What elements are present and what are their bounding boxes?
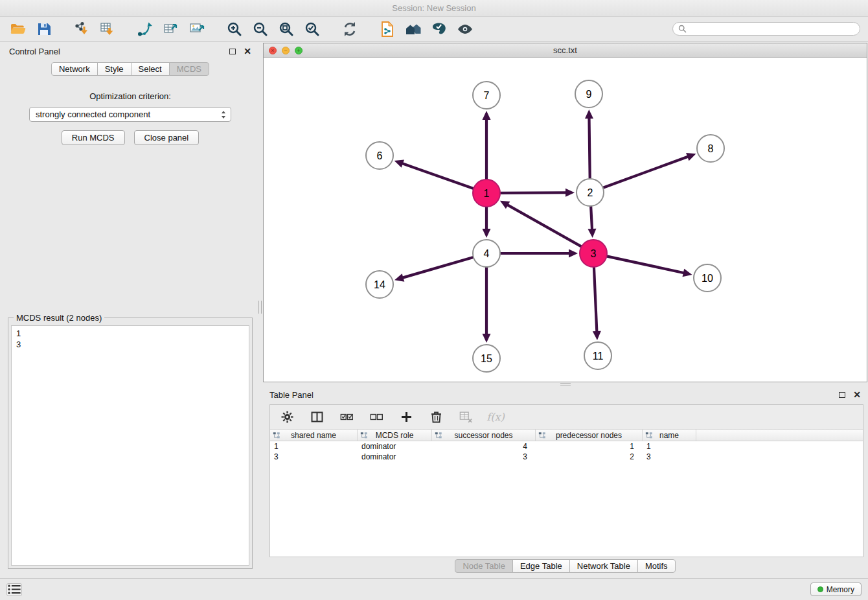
graph-edge-2-3[interactable] xyxy=(591,207,592,229)
graph-edge-1-6[interactable] xyxy=(403,164,473,189)
delete-row-icon[interactable] xyxy=(428,410,444,425)
float-panel-icon[interactable] xyxy=(839,392,845,398)
table-cell[interactable]: 1 xyxy=(643,441,696,452)
table-cell[interactable]: 1 xyxy=(536,441,643,452)
close-panel-icon[interactable]: ✕ xyxy=(853,390,861,399)
graph-edge-2-8[interactable] xyxy=(604,157,688,187)
table-tab-motifs[interactable]: Motifs xyxy=(637,559,676,573)
network-graph-svg[interactable]: 7968124314101511 xyxy=(264,58,867,382)
control-panel: Control Panel ✕ NetworkStyleSelectMCDS O… xyxy=(3,43,258,573)
graph-node-4[interactable]: 4 xyxy=(473,240,500,267)
column-header-name[interactable]: name xyxy=(643,430,696,441)
graph-node-15[interactable]: 15 xyxy=(473,345,500,372)
import-table-icon[interactable] xyxy=(97,19,118,39)
table-tab-network-table[interactable]: Network Table xyxy=(569,559,638,573)
network-view-window: × − + scc.txt 7968124314101511 xyxy=(263,43,867,382)
edge-arrowhead-icon xyxy=(593,331,601,340)
show-hide-icon[interactable] xyxy=(455,19,475,39)
graph-node-1[interactable]: 1 xyxy=(473,179,500,207)
table-row[interactable]: 3dominator323 xyxy=(270,452,863,462)
graph-node-10[interactable]: 10 xyxy=(694,264,721,292)
chevron-updown-icon xyxy=(220,110,227,119)
graph-edge-4-14[interactable] xyxy=(403,257,472,277)
table-row[interactable]: 1dominator411 xyxy=(270,441,863,452)
criterion-dropdown[interactable]: strongly connected component xyxy=(29,107,231,122)
run-mcds-button[interactable]: Run MCDS xyxy=(62,130,125,145)
graph-edge-3-10[interactable] xyxy=(608,257,683,273)
graph-edge-2-9[interactable] xyxy=(589,119,590,178)
table-cell[interactable]: 4 xyxy=(432,441,536,452)
home-icon[interactable] xyxy=(403,19,424,39)
tab-select[interactable]: Select xyxy=(131,62,170,76)
edge-arrowhead-icon xyxy=(394,273,404,281)
palette-icon[interactable] xyxy=(429,19,450,39)
show-columns-icon[interactable] xyxy=(309,410,325,425)
column-header-mcds-role[interactable]: MCDS role xyxy=(358,430,432,441)
export-network-icon[interactable] xyxy=(135,19,155,39)
table-cell[interactable]: 1 xyxy=(270,441,358,452)
close-panel-button[interactable]: Close panel xyxy=(134,130,200,145)
export-table-icon[interactable] xyxy=(161,19,181,39)
svg-text:8: 8 xyxy=(708,143,714,154)
zoom-fit-icon[interactable] xyxy=(276,19,297,39)
column-header-predecessor-nodes[interactable]: predecessor nodes xyxy=(536,430,643,441)
graph-node-11[interactable]: 11 xyxy=(584,342,611,369)
toolbar-group xyxy=(135,19,207,39)
splitter-handle[interactable] xyxy=(258,301,262,314)
graph-node-8[interactable]: 8 xyxy=(697,135,724,162)
tab-network[interactable]: Network xyxy=(51,62,98,76)
close-panel-icon[interactable]: ✕ xyxy=(244,47,251,56)
graph-edge-3-11[interactable] xyxy=(594,268,597,331)
toolbar-group xyxy=(339,19,360,39)
column-header-successor-nodes[interactable]: successor nodes xyxy=(432,430,536,441)
table-cell[interactable]: 3 xyxy=(270,452,358,462)
tab-mcds[interactable]: MCDS xyxy=(169,62,209,76)
save-session-icon[interactable] xyxy=(34,19,54,39)
memory-button[interactable]: Memory xyxy=(810,583,862,596)
float-panel-icon[interactable] xyxy=(229,49,236,54)
column-header-shared-name[interactable]: shared name xyxy=(270,430,358,441)
table-tab-node-table[interactable]: Node Table xyxy=(455,559,513,573)
graph-node-7[interactable]: 7 xyxy=(473,82,500,109)
zoom-selected-icon[interactable] xyxy=(302,19,323,39)
zoom-in-icon[interactable] xyxy=(224,19,245,39)
open-file-icon[interactable] xyxy=(8,19,29,39)
graph-node-14[interactable]: 14 xyxy=(366,271,393,298)
table-cell[interactable]: 3 xyxy=(432,452,536,462)
table-cell[interactable]: 3 xyxy=(643,452,696,462)
svg-text:11: 11 xyxy=(593,351,604,362)
table-tab-edge-table[interactable]: Edge Table xyxy=(512,559,570,573)
graph-node-9[interactable]: 9 xyxy=(575,80,602,108)
table-cell[interactable]: dominator xyxy=(358,441,432,452)
table-cell[interactable]: 2 xyxy=(536,452,643,462)
graph-node-3[interactable]: 3 xyxy=(580,240,607,267)
export-image-icon[interactable] xyxy=(187,19,207,39)
graph-node-6[interactable]: 6 xyxy=(366,142,393,169)
select-all-icon[interactable] xyxy=(339,410,354,425)
graph-edge-3-1[interactable] xyxy=(508,205,581,247)
tab-style[interactable]: Style xyxy=(97,62,131,76)
new-network-doc-icon[interactable] xyxy=(377,19,398,39)
svg-text:14: 14 xyxy=(374,279,385,290)
search-field[interactable] xyxy=(672,22,860,36)
table-cell[interactable]: dominator xyxy=(358,452,432,462)
task-history-button[interactable] xyxy=(6,583,22,596)
svg-text:4: 4 xyxy=(484,248,490,259)
edge-arrowhead-icon xyxy=(483,111,491,120)
graph-edge-1-2[interactable] xyxy=(501,192,565,193)
graph-node-2[interactable]: 2 xyxy=(577,179,604,206)
apply-layout-icon[interactable] xyxy=(339,19,360,39)
network-canvas[interactable]: 7968124314101511 xyxy=(264,58,867,382)
zoom-out-icon[interactable] xyxy=(250,19,271,39)
svg-text:1: 1 xyxy=(484,188,490,199)
deselect-all-icon[interactable] xyxy=(369,410,384,425)
network-window-titlebar[interactable]: × − + scc.txt xyxy=(264,43,867,58)
add-row-icon[interactable] xyxy=(398,410,414,425)
mcds-result-list[interactable]: 1 3 xyxy=(11,325,249,566)
memory-status-icon xyxy=(817,586,823,592)
search-input[interactable] xyxy=(690,25,854,34)
table-settings-icon[interactable] xyxy=(279,410,295,425)
import-network-icon[interactable] xyxy=(71,19,92,39)
svg-text:6: 6 xyxy=(377,150,383,161)
vertical-splitter[interactable] xyxy=(258,43,263,573)
